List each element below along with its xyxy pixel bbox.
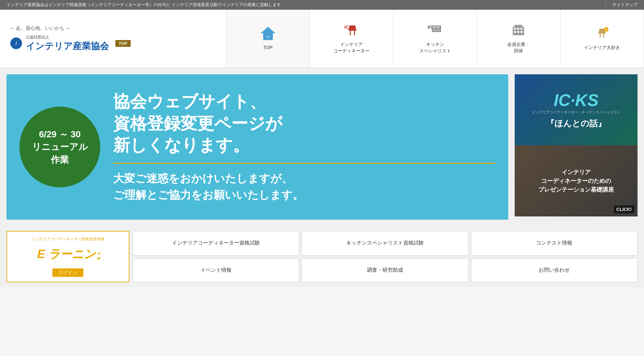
- banner-title: 協会ウェブサイト、 資格登録変更ページが 新しくなります。: [113, 91, 495, 156]
- org-name: インテリア産業協会: [26, 40, 109, 52]
- logo-org: i 公益社団法人 インテリア産業協会 TOP: [10, 35, 216, 52]
- svg-rect-20: [517, 31, 519, 33]
- svg-rect-11: [433, 26, 436, 28]
- bottom-section: インテリアコーディネーター資格更新研修 E ラーニング ログイン インテリアコー…: [0, 226, 644, 287]
- elearning-box[interactable]: インテリアコーディネーター資格更新研修 E ラーニング ログイン: [6, 231, 129, 282]
- svg-rect-13: [433, 29, 440, 31]
- nav-interior-love[interactable]: ♥ インテリア大好き: [561, 10, 644, 68]
- btn-research[interactable]: 調査・研究助成: [302, 258, 468, 283]
- sitemap-link[interactable]: サイトマップ: [606, 2, 638, 8]
- svg-rect-7: [354, 30, 355, 35]
- logo-tagline: ～ あ、居心地、いいかも ～: [10, 25, 216, 31]
- svg-rect-23: [598, 32, 606, 34]
- svg-text:IC: IC: [344, 25, 349, 30]
- org-type: 公益社団法人: [26, 35, 109, 40]
- nav-ic-label: インテリアコーディネーター: [333, 41, 370, 54]
- elearning-title: インテリアコーディネーター資格更新研修: [31, 236, 105, 242]
- banner-right: IC·KS インテリアコーディネーター・キッチンスペシャリスト 『ほんとの話』 …: [515, 74, 638, 220]
- svg-rect-16: [514, 28, 516, 30]
- buttons-grid: インテリアコーディネーター資格試験 キッチンスペシャリスト資格試験 コンテスト情…: [133, 231, 638, 282]
- svg-rect-6: [350, 30, 351, 35]
- header: ～ あ、居心地、いいかも ～ i 公益社団法人 インテリア産業協会 TOP To…: [0, 10, 644, 68]
- nav-interior-love-label: インテリア大好き: [584, 45, 620, 51]
- svg-rect-19: [514, 31, 516, 33]
- banner-text: 協会ウェブサイト、 資格登録変更ページが 新しくなります。 大変ご迷惑をおかけい…: [113, 91, 495, 203]
- btn-ks-exam[interactable]: キッチンスペシャリスト資格試験: [302, 231, 468, 256]
- logo-text: 公益社団法人 インテリア産業協会: [26, 35, 109, 52]
- main-content: 6/29 ～ 30 リニューアル 作業 協会ウェブサイト、 資格登録変更ページが…: [0, 68, 644, 226]
- elearning-main: E ラーニング: [36, 244, 100, 265]
- nav-members-label: 会員企業・回体: [507, 41, 530, 54]
- logo-area: ～ あ、居心地、いいかも ～ i 公益社団法人 インテリア産業協会 TOP: [0, 10, 226, 68]
- svg-text:ToP: ToP: [266, 36, 270, 38]
- ks-icon: K5: [426, 23, 444, 39]
- svg-rect-24: [600, 34, 601, 37]
- sidebar-ic-ks[interactable]: IC·KS インテリアコーディネーター・キッチンスペシャリスト 『ほんとの話』: [515, 74, 638, 145]
- banner-left: 6/29 ～ 30 リニューアル 作業 協会ウェブサイト、 資格登録変更ページが…: [6, 74, 508, 220]
- nav-members[interactable]: 会員企業・回体: [477, 10, 560, 68]
- btn-contest[interactable]: コンテスト情報: [471, 231, 638, 256]
- ic-ks-title: IC·KS: [554, 90, 599, 110]
- elearning-login-btn[interactable]: ログイン: [52, 268, 83, 277]
- svg-rect-25: [603, 34, 604, 37]
- ic-icon: IC: [343, 23, 360, 39]
- svg-rect-15: [514, 25, 522, 27]
- sidebar-presentation[interactable]: インテリア コーディネーターのための プレゼンテーション基礎講座 CLICK!: [515, 145, 638, 216]
- ic-ks-sub: インテリアコーディネーター・キッチンスペシャリスト: [532, 110, 621, 115]
- svg-rect-17: [517, 28, 519, 30]
- banner-circle: 6/29 ～ 30 リニューアル 作業: [19, 107, 100, 187]
- click-badge: CLICK!: [614, 205, 634, 213]
- ic-ks-quote: 『ほんとの話』: [546, 118, 606, 129]
- presentation-text: インテリア コーディネーターのための プレゼンテーション基礎講座: [538, 168, 614, 194]
- top-bar-message: インテリア産業協会はインテリア関連資格（インテリアコーディネーター等）の付与と …: [6, 2, 281, 8]
- svg-text:♥: ♥: [605, 28, 607, 31]
- logo-icon: i: [10, 37, 23, 50]
- nav-top-label: TOP: [263, 45, 273, 51]
- main-nav: ToP TOP IC インテリアコーディネーター: [226, 10, 644, 68]
- btn-ic-exam[interactable]: インテリアコーディネーター資格試験: [133, 231, 299, 256]
- nav-ks[interactable]: K5 キッチンスペシャリスト: [393, 10, 477, 68]
- members-icon: [510, 23, 527, 39]
- nav-ks-label: キッチンスペシャリスト: [419, 41, 451, 54]
- svg-rect-12: [436, 26, 440, 28]
- svg-rect-18: [521, 28, 522, 30]
- svg-rect-8: [349, 29, 356, 31]
- nav-top[interactable]: ToP TOP: [226, 10, 310, 68]
- top-bar: インテリア産業協会はインテリア関連資格（インテリアコーディネーター等）の付与と …: [0, 0, 644, 10]
- btn-contact[interactable]: お問い合わせ: [471, 258, 638, 283]
- nav-ic[interactable]: IC インテリアコーディネーター: [310, 10, 393, 68]
- banner-divider: [113, 163, 495, 164]
- home-icon: ToP: [260, 26, 276, 42]
- logo-badge: TOP: [115, 40, 131, 47]
- banner-subtitle: 大変ご迷惑をおかけいたしますが、 ご理解とご協力をお願いいたします。: [113, 170, 495, 203]
- svg-rect-21: [521, 31, 522, 33]
- interior-love-icon: ♥: [593, 26, 611, 42]
- svg-text:E ラーニング: E ラーニング: [37, 247, 100, 261]
- btn-events[interactable]: イベント情報: [133, 258, 299, 283]
